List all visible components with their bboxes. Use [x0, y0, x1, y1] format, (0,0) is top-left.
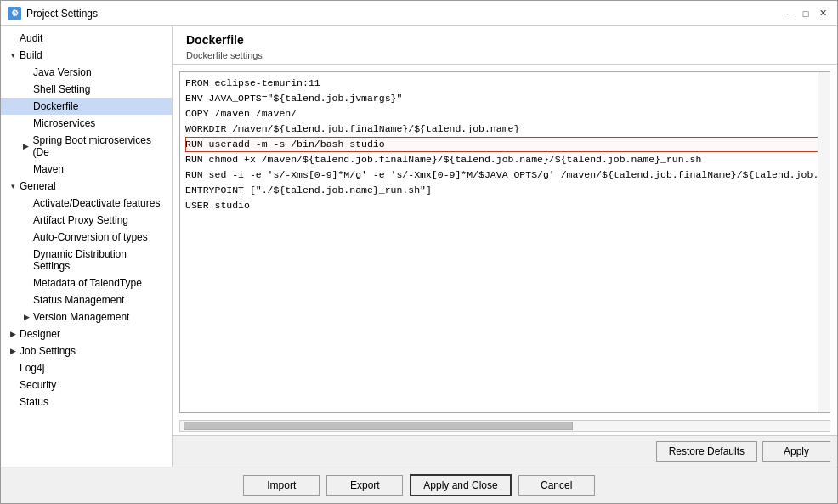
- content-footer: Restore Defaults Apply: [173, 435, 837, 467]
- sidebar-item-activate[interactable]: Activate/Deactivate features: [1, 195, 172, 212]
- spacer-icon4: [21, 101, 31, 111]
- sidebar-label-dynamic-dist: Dynamic Distribution Settings: [33, 248, 165, 272]
- dockerfile-editor[interactable]: FROM eclipse-temurin:11ENV JAVA_OPTS="${…: [180, 72, 830, 412]
- sidebar-item-version-mgmt[interactable]: ▶ Version Management: [1, 309, 172, 326]
- spacer-icon9: [21, 232, 31, 242]
- content-area: Dockerfile Dockerfile settings FROM ecli…: [173, 26, 837, 467]
- spacer-icon3: [21, 84, 31, 94]
- cancel-button[interactable]: Cancel: [518, 475, 595, 496]
- horizontal-scrollbar[interactable]: [179, 420, 830, 432]
- spacer-icon13: [8, 363, 18, 373]
- sidebar-item-designer[interactable]: ▶ Designer: [1, 326, 172, 343]
- sidebar-item-status[interactable]: Status: [1, 394, 172, 411]
- spacer-icon6: [21, 164, 31, 174]
- sidebar-label-metadata: Metadata of TalendType: [33, 277, 142, 289]
- jobsettings-expand-icon: ▶: [8, 346, 18, 356]
- sidebar-label-auto-conversion: Auto-Conversion of types: [33, 231, 148, 243]
- sidebar-label-maven: Maven: [33, 163, 64, 175]
- spacer-icon14: [8, 380, 18, 390]
- import-button[interactable]: Import: [243, 475, 320, 496]
- spacer-icon12: [21, 295, 31, 305]
- spring-expand-icon: ▶: [21, 141, 31, 151]
- sidebar-label-activate: Activate/Deactivate features: [33, 197, 160, 209]
- sidebar-item-spring-boot[interactable]: ▶ Spring Boot microservices (De: [1, 132, 172, 161]
- sidebar-item-shell-setting[interactable]: Shell Setting: [1, 81, 172, 98]
- apply-button[interactable]: Apply: [762, 441, 830, 462]
- sidebar-item-dockerfile[interactable]: Dockerfile: [1, 98, 172, 115]
- minimize-button[interactable]: ‒: [781, 6, 796, 21]
- sidebar-label-microservices: Microservices: [33, 117, 95, 129]
- sidebar-item-build[interactable]: ▾ Build: [1, 47, 172, 64]
- project-settings-window: ⚙ Project Settings ‒ □ ✕ Audit ▾ Build: [0, 0, 838, 504]
- sidebar-item-microservices[interactable]: Microservices: [1, 115, 172, 132]
- sidebar-item-artifact-proxy[interactable]: Artifact Proxy Setting: [1, 212, 172, 229]
- main-content: Audit ▾ Build Java Version Shell Setting: [1, 26, 837, 467]
- general-expand-icon: ▾: [8, 181, 18, 191]
- sidebar-label-log4j: Log4j: [20, 362, 44, 374]
- apply-close-button[interactable]: Apply and Close: [410, 474, 511, 496]
- maximize-button[interactable]: □: [798, 6, 813, 21]
- sidebar-label-general: General: [20, 180, 56, 192]
- sidebar-label-dockerfile: Dockerfile: [33, 100, 78, 112]
- sidebar-item-metadata[interactable]: Metadata of TalendType: [1, 275, 172, 292]
- export-button[interactable]: Export: [326, 475, 403, 496]
- dialog-footer: Import Export Apply and Close Cancel: [1, 467, 837, 503]
- spacer-icon2: [21, 67, 31, 77]
- spacer-icon8: [21, 215, 31, 225]
- spacer-icon7: [21, 198, 31, 208]
- window-title: Project Settings: [26, 8, 781, 20]
- sidebar-item-maven[interactable]: Maven: [1, 161, 172, 178]
- spacer-icon: [8, 33, 18, 43]
- sidebar-label-status: Status: [20, 396, 48, 408]
- spacer-icon15: [8, 397, 18, 407]
- sidebar-label-shell-setting: Shell Setting: [33, 83, 90, 95]
- sidebar-item-general[interactable]: ▾ General: [1, 178, 172, 195]
- sidebar-item-job-settings[interactable]: ▶ Job Settings: [1, 343, 172, 360]
- window-controls: ‒ □ ✕: [781, 6, 830, 21]
- dockerfile-editor-wrapper: FROM eclipse-temurin:11ENV JAVA_OPTS="${…: [179, 71, 830, 413]
- sidebar-label-version-mgmt: Version Management: [33, 311, 129, 323]
- close-button[interactable]: ✕: [815, 6, 830, 21]
- sidebar-item-auto-conversion[interactable]: Auto-Conversion of types: [1, 229, 172, 246]
- sidebar-label-security: Security: [20, 379, 56, 391]
- content-title: Dockerfile: [186, 33, 824, 47]
- sidebar-scroll: Audit ▾ Build Java Version Shell Setting: [1, 30, 172, 463]
- designer-expand-icon: ▶: [8, 329, 18, 339]
- spacer-icon5: [21, 118, 31, 128]
- content-subtitle: Dockerfile settings: [186, 50, 824, 60]
- sidebar-label-job-settings: Job Settings: [20, 345, 76, 357]
- spacer-icon10: [21, 255, 31, 265]
- sidebar-label-audit: Audit: [20, 32, 42, 44]
- sidebar: Audit ▾ Build Java Version Shell Setting: [1, 26, 173, 467]
- sidebar-label-build: Build: [20, 49, 42, 61]
- content-header: Dockerfile Dockerfile settings: [173, 26, 837, 65]
- app-icon: ⚙: [8, 7, 21, 20]
- sidebar-item-dynamic-dist[interactable]: Dynamic Distribution Settings: [1, 246, 172, 275]
- build-expand-icon: ▾: [8, 50, 18, 60]
- sidebar-item-security[interactable]: Security: [1, 377, 172, 394]
- restore-defaults-button[interactable]: Restore Defaults: [656, 441, 757, 462]
- sidebar-label-status-mgmt: Status Management: [33, 294, 124, 306]
- version-expand-icon: ▶: [21, 312, 31, 322]
- sidebar-item-status-mgmt[interactable]: Status Management: [1, 292, 172, 309]
- sidebar-item-audit[interactable]: Audit: [1, 30, 172, 47]
- title-bar: ⚙ Project Settings ‒ □ ✕: [1, 1, 837, 26]
- sidebar-label-spring-boot: Spring Boot microservices (De: [33, 134, 165, 158]
- sidebar-label-java-version: Java Version: [33, 66, 92, 78]
- sidebar-item-log4j[interactable]: Log4j: [1, 360, 172, 377]
- sidebar-label-designer: Designer: [20, 328, 60, 340]
- sidebar-item-java-version[interactable]: Java Version: [1, 64, 172, 81]
- spacer-icon11: [21, 278, 31, 288]
- vertical-scrollbar[interactable]: [818, 72, 830, 412]
- sidebar-label-artifact-proxy: Artifact Proxy Setting: [33, 214, 128, 226]
